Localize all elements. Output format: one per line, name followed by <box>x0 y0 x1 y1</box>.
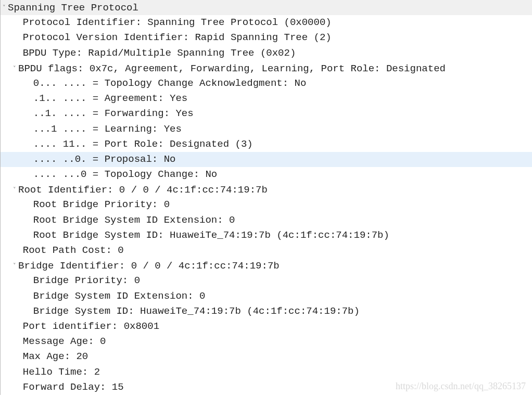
field-bridge-sysid[interactable]: Bridge System ID: HuaweiTe_74:19:7b (4c:… <box>1 304 532 319</box>
expand-toggle-icon[interactable]: ˅ <box>11 61 18 76</box>
expand-toggle-icon[interactable]: ˅ <box>11 182 18 197</box>
field-root-identifier[interactable]: ˅Root Identifier: 0 / 0 / 4c:1f:cc:74:19… <box>1 182 532 197</box>
tree-header-label: Spanning Tree Protocol <box>8 2 138 14</box>
field-bridge-sysid-ext[interactable]: Bridge System ID Extension: 0 <box>1 289 532 304</box>
field-protocol-version[interactable]: Protocol Version Identifier: Rapid Spann… <box>1 30 532 45</box>
field-protocol-identifier[interactable]: Protocol Identifier: Spanning Tree Proto… <box>1 15 532 30</box>
protocol-tree: ˅Spanning Tree Protocol Protocol Identif… <box>0 0 532 395</box>
field-root-path-cost[interactable]: Root Path Cost: 0 <box>1 243 532 258</box>
tree-header-stp[interactable]: ˅Spanning Tree Protocol <box>1 0 532 15</box>
flag-topology-change[interactable]: .... ...0 = Topology Change: No <box>1 167 532 182</box>
field-bridge-identifier[interactable]: ˅Bridge Identifier: 0 / 0 / 4c:1f:cc:74:… <box>1 258 532 273</box>
field-root-bridge-priority[interactable]: Root Bridge Priority: 0 <box>1 197 532 212</box>
field-port-identifier[interactable]: Port identifier: 0x8001 <box>1 319 532 334</box>
field-forward-delay[interactable]: Forward Delay: 15 <box>1 380 532 395</box>
expand-toggle-icon[interactable]: ˅ <box>1 0 8 15</box>
flag-agreement[interactable]: .1.. .... = Agreement: Yes <box>1 91 532 106</box>
field-message-age[interactable]: Message Age: 0 <box>1 334 532 349</box>
flag-port-role[interactable]: .... 11.. = Port Role: Designated (3) <box>1 137 532 152</box>
field-hello-time[interactable]: Hello Time: 2 <box>1 365 532 380</box>
expand-toggle-icon[interactable]: ˅ <box>11 258 18 273</box>
field-root-bridge-sysid-ext[interactable]: Root Bridge System ID Extension: 0 <box>1 213 532 228</box>
field-bpdu-type[interactable]: BPDU Type: Rapid/Multiple Spanning Tree … <box>1 46 532 61</box>
flag-proposal[interactable]: .... ..0. = Proposal: No <box>1 152 532 167</box>
field-max-age[interactable]: Max Age: 20 <box>1 349 532 364</box>
field-bpdu-flags[interactable]: ˅BPDU flags: 0x7c, Agreement, Forwarding… <box>1 61 532 76</box>
field-bridge-priority[interactable]: Bridge Priority: 0 <box>1 273 532 288</box>
flag-learning[interactable]: ...1 .... = Learning: Yes <box>1 122 532 137</box>
flag-topology-change-ack[interactable]: 0... .... = Topology Change Acknowledgme… <box>1 76 532 91</box>
field-root-bridge-sysid[interactable]: Root Bridge System ID: HuaweiTe_74:19:7b… <box>1 228 532 243</box>
flag-forwarding[interactable]: ..1. .... = Forwarding: Yes <box>1 106 532 121</box>
